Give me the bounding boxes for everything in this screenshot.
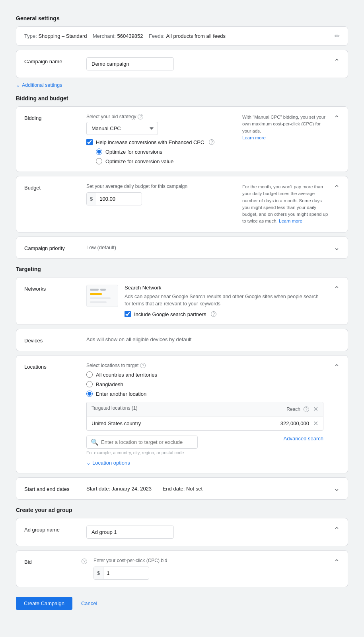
enhanced-cpc-checkbox[interactable] <box>86 139 93 145</box>
bid-chevron[interactable]: ⌃ <box>334 558 340 567</box>
search-partners-label: Include Google search partners <box>134 311 206 317</box>
optimize-conversion-value-radio[interactable] <box>96 158 102 164</box>
bidding-budget-section: Bidding and budget Bidding Select your b… <box>16 95 348 259</box>
merchant-label: Merchant: <box>93 33 116 39</box>
row1-reach: 322,000,000 <box>280 420 309 426</box>
enter-location-radio[interactable] <box>86 391 93 397</box>
search-partners-help-icon[interactable]: ? <box>211 311 216 317</box>
additional-settings-toggle[interactable]: ⌄ Additional settings <box>16 82 348 88</box>
location-table-row: United States country 322,000,000 ✕ <box>87 416 323 430</box>
all-countries-radio[interactable] <box>86 371 93 378</box>
location-search-input[interactable] <box>101 439 193 445</box>
row1-reach-col: 322,000,000 ✕ <box>280 420 318 427</box>
locations-chevron[interactable]: ⌃ <box>334 363 340 371</box>
bid-help-icon[interactable]: ? <box>82 559 87 564</box>
bidding-budget-title: Bidding and budget <box>16 95 348 102</box>
budget-side-description: For the month, you won't pay more than y… <box>242 184 328 223</box>
budget-learn-more[interactable]: Learn more <box>279 219 302 223</box>
budget-input[interactable] <box>96 193 136 205</box>
all-countries-label: All countries and territories <box>96 372 157 378</box>
bid-description: Enter your cost-per-click (CPC) bid <box>93 558 167 563</box>
budget-chevron[interactable]: ⌃ <box>334 184 340 192</box>
optimize-conversions-label: Optimize for conversions <box>105 149 162 155</box>
budget-description: Set your average daily budget for this c… <box>86 184 187 189</box>
bid-currency-symbol: $ <box>94 567 103 579</box>
location-options-label: Location options <box>92 460 130 466</box>
campaign-name-input[interactable] <box>86 57 174 70</box>
search-partners-row: Include Google search partners ? <box>125 311 323 317</box>
bidding-label: Bidding <box>24 114 80 121</box>
location-search-hint: For example, a country, city, region, or… <box>86 450 279 455</box>
networks-chevron[interactable]: ⌃ <box>334 285 340 293</box>
bidding-side-text: With "Manual CPC" bidding, you set your … <box>242 114 330 141</box>
create-campaign-button[interactable]: Create Campaign <box>16 597 72 610</box>
bangladesh-label: Bangladesh <box>96 381 123 387</box>
bid-input-wrap: $ <box>93 567 149 580</box>
bidding-card: Bidding Select your bid strategy ? Manua… <box>16 106 348 172</box>
reach-col: Reach ? ✕ <box>286 405 318 413</box>
bid-content: Enter your cost-per-click (CPC) bid $ <box>87 558 330 580</box>
ad-group-title: Create your ad group <box>16 507 348 513</box>
col2-remove-icon[interactable]: ✕ <box>313 405 318 413</box>
budget-label: Budget <box>24 184 80 191</box>
ad-group-name-card: Ad group name ⌃ <box>16 518 348 546</box>
location-table-header: Targeted locations (1) Reach ? ✕ <box>87 402 323 416</box>
type-value: Shopping – Standard <box>38 33 87 39</box>
locations-help-icon[interactable]: ? <box>140 363 146 368</box>
networks-title: Search Network <box>125 285 161 291</box>
row1-remove-icon[interactable]: ✕ <box>313 420 318 427</box>
priority-row: Campaign priority Low (default) ⌄ <box>16 237 348 258</box>
dates-row: Start and end dates Start date: January … <box>16 478 348 499</box>
bid-card: Bid ? Enter your cost-per-click (CPC) bi… <box>16 550 348 587</box>
reach-help-icon[interactable]: ? <box>304 406 309 412</box>
cancel-button[interactable]: Cancel <box>76 597 103 610</box>
budget-content: Set your average daily budget for this c… <box>80 184 242 205</box>
location-options-chevron-icon: ⌄ <box>86 460 91 466</box>
info-bar-text: Type: Shopping – Standard Merchant: 5604… <box>24 33 226 39</box>
optimize-conversions-row: Optimize for conversions <box>96 149 236 155</box>
locations-content: Select locations to target ? All countri… <box>80 363 330 466</box>
dates-chevron[interactable]: ⌄ <box>334 484 340 493</box>
priority-chevron[interactable]: ⌄ <box>334 243 340 252</box>
advanced-search-link[interactable]: Advanced search <box>284 436 323 442</box>
bid-input[interactable] <box>103 567 143 579</box>
bid-strategy-select[interactable]: Manual CPC Target ROAS Maximize clicks M… <box>86 122 158 135</box>
feeds-label: Feeds: <box>149 33 165 39</box>
campaign-name-chevron[interactable]: ⌃ <box>334 57 340 66</box>
bangladesh-radio[interactable] <box>86 381 93 387</box>
location-search-row: 🔍 For example, a country, city, region, … <box>86 431 323 455</box>
optimize-conversions-radio[interactable] <box>96 149 102 155</box>
bidding-chevron[interactable]: ⌃ <box>334 114 340 123</box>
bangladesh-row: Bangladesh <box>86 381 323 387</box>
start-value: January 24, 2023 <box>112 486 152 492</box>
enhanced-cpc-label: Help increase conversions with Enhanced … <box>96 139 204 145</box>
networks-content: Search Network Ads can appear near Googl… <box>80 285 330 318</box>
merchant-value: 560439852 <box>117 33 143 39</box>
enhanced-cpc-help-icon[interactable]: ? <box>209 139 214 145</box>
bid-strategy-help-icon[interactable]: ? <box>138 114 143 119</box>
chevron-down-icon: ⌄ <box>16 82 20 88</box>
devices-content: Ads will show on all eligible devices by… <box>80 336 340 342</box>
location-table: Targeted locations (1) Reach ? ✕ United … <box>86 402 323 431</box>
ad-group-name-chevron[interactable]: ⌃ <box>334 526 340 534</box>
bid-label: Bid <box>24 558 80 565</box>
priority-label: Campaign priority <box>24 244 80 251</box>
all-countries-row: All countries and territories <box>86 371 323 378</box>
optimize-conversion-value-label: Optimize for conversion value <box>105 158 173 164</box>
networks-label: Networks <box>24 285 80 292</box>
search-partners-checkbox[interactable] <box>125 311 131 317</box>
ad-group-name-input[interactable] <box>86 526 174 539</box>
targeting-section: Targeting Networks <box>16 266 348 500</box>
location-options-toggle[interactable]: ⌄ Location options <box>86 460 323 466</box>
campaign-name-label: Campaign name <box>24 57 80 64</box>
dates-label: Start and end dates <box>24 485 80 492</box>
bidding-learn-more[interactable]: Learn more <box>242 135 266 140</box>
budget-currency-symbol: $ <box>87 193 96 205</box>
budget-side-text: For the month, you won't pay more than y… <box>242 184 330 225</box>
row1-location: United States country <box>91 420 141 426</box>
location-col1: Targeted locations (1) <box>91 405 137 413</box>
edit-icon[interactable]: ✏ <box>335 32 340 40</box>
optimize-conversion-value-row: Optimize for conversion value <box>96 158 236 164</box>
devices-label: Devices <box>24 336 80 344</box>
ad-group-name-label: Ad group name <box>24 526 80 533</box>
